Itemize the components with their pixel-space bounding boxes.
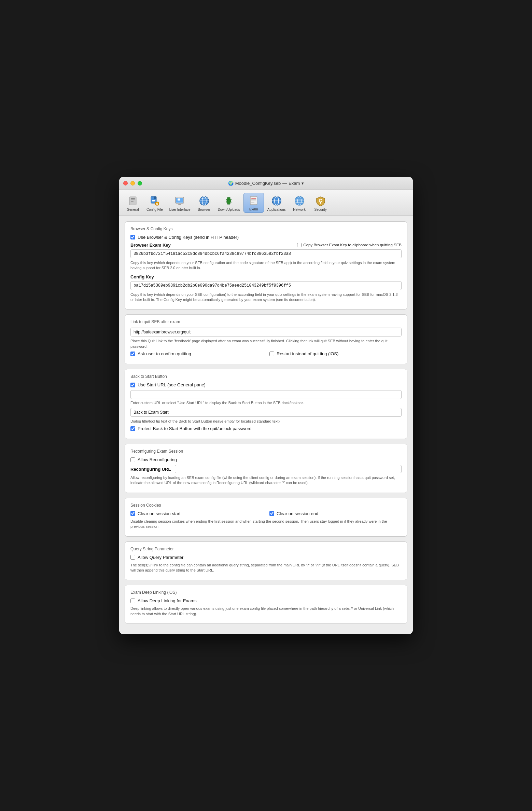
browser-exam-key-hint: Copy this key (which depends on your SEB… [130, 260, 402, 271]
protect-row: Protect Back to Start Button with the qu… [130, 426, 402, 431]
deep-linking-title: Exam Deep Linking (iOS) [130, 590, 402, 595]
query-string-section: Query String Parameter Allow Query Param… [125, 541, 407, 580]
ask-confirm-row: Ask user to confirm quitting [130, 351, 263, 356]
titlebar: 🌍 Moodle_ConfigKey.seb — Exam ▾ [119, 177, 413, 190]
toolbar-user-interface[interactable]: User Interface [166, 193, 193, 213]
restart-instead-label: Restart instead of quitting (iOS) [277, 351, 338, 356]
browser-exam-key-label: Browser Exam Key [130, 243, 171, 248]
custom-url-hint: Enter custom URL or select "Use Start UR… [130, 400, 402, 406]
minimize-button[interactable] [130, 181, 135, 185]
deep-linking-section: Exam Deep Linking (iOS) Allow Deep Linki… [125, 585, 407, 624]
general-label: General [127, 208, 139, 211]
protect-checkbox[interactable] [130, 426, 135, 431]
clear-end-row: Clear on session end [269, 511, 402, 516]
globe-icon: 🌍 [228, 181, 234, 186]
browser-config-keys-section: Browser & Config Keys Use Browser & Conf… [125, 221, 407, 310]
traffic-lights [123, 181, 142, 185]
session-cookies-title: Session Cookies [130, 503, 402, 508]
browser-config-keys-title: Browser & Config Keys [130, 226, 402, 231]
reconfiguring-section: Reconfiguring Exam Session Allow Reconfi… [125, 444, 407, 493]
svg-rect-7 [152, 202, 155, 202]
config-file-label: Config File [146, 208, 163, 211]
clear-start-checkbox[interactable] [130, 511, 135, 516]
quit-url-input[interactable] [130, 328, 402, 336]
svg-rect-2 [131, 200, 135, 200]
restart-instead-checkbox[interactable] [269, 352, 274, 356]
deep-linking-hint: Deep linking allows to directly open var… [130, 606, 402, 617]
clear-end-checkbox[interactable] [269, 511, 274, 516]
allow-query-checkbox[interactable] [130, 555, 135, 560]
maximize-button[interactable] [138, 181, 142, 185]
toolbar-applications[interactable]: Applications [265, 193, 289, 213]
browser-exam-key-input[interactable] [130, 249, 402, 258]
quit-options-row: Ask user to confirm quitting Restart ins… [130, 351, 402, 359]
user-interface-label: User Interface [169, 208, 191, 211]
use-keys-row: Use Browser & Config Keys (send in HTTP … [130, 235, 402, 240]
allow-deep-link-checkbox[interactable] [130, 599, 135, 603]
ask-confirm-checkbox[interactable] [130, 352, 135, 356]
allow-deep-link-label: Allow Deep Linking for Exams [138, 598, 197, 603]
toolbar-general[interactable]: General [123, 193, 143, 213]
browser-label: Browser [198, 208, 210, 211]
button-title-input[interactable] [130, 408, 402, 417]
toolbar-browser[interactable]: Browser [194, 193, 214, 213]
toolbar: General N Config File [119, 190, 413, 216]
quit-link-title: Link to quit SEB after exam [130, 319, 402, 324]
exam-icon [248, 194, 260, 207]
button-title-hint: Dialog title/tool tip text of the Back t… [130, 419, 402, 424]
svg-rect-1 [131, 198, 135, 199]
toolbar-network[interactable]: Network [289, 193, 310, 213]
clear-start-row: Clear on session start [130, 511, 263, 516]
down-uploads-label: Down/Uploads [218, 208, 240, 211]
exam-label: Exam [249, 207, 258, 211]
restart-instead-row: Restart instead of quitting (iOS) [269, 351, 402, 356]
reconfig-hint: Allow reconfiguring by loading an SEB ex… [130, 475, 402, 486]
ask-confirm-label: Ask user to confirm quitting [138, 351, 191, 356]
toolbar-config-file[interactable]: N Config File [144, 193, 166, 213]
toolbar-down-uploads[interactable]: Down/Uploads [215, 193, 243, 213]
reconfiguring-title: Reconfiguring Exam Session [130, 449, 402, 454]
query-string-title: Query String Parameter [130, 547, 402, 551]
clear-end-label: Clear on session end [277, 511, 318, 516]
app-window: 🌍 Moodle_ConfigKey.seb — Exam ▾ General [119, 177, 413, 634]
config-key-input[interactable] [130, 281, 402, 290]
config-file-icon: N [149, 195, 161, 207]
quit-link-hint: Place this Quit Link to the 'feedback' p… [130, 339, 402, 349]
toolbar-exam[interactable]: Exam [243, 193, 264, 213]
svg-rect-22 [251, 198, 256, 198]
down-uploads-icon [223, 195, 235, 207]
general-icon [127, 195, 139, 207]
use-keys-checkbox[interactable] [130, 235, 135, 239]
config-key-hint: Copy this key (which depends on your SEB… [130, 292, 402, 303]
svg-rect-3 [131, 201, 134, 202]
allow-deep-link-row: Allow Deep Linking for Exams [130, 598, 402, 603]
svg-rect-12 [178, 198, 180, 201]
use-start-url-row: Use Start URL (see General pane) [130, 382, 402, 387]
reconfig-url-row: Reconfiguring URL [130, 465, 402, 473]
copy-clipboard-checkbox[interactable] [297, 243, 302, 247]
svg-rect-6 [152, 200, 155, 201]
allow-reconfig-checkbox[interactable] [130, 457, 135, 462]
session-cookies-hint: Disable clearing session cookies when en… [130, 519, 402, 530]
protect-label: Protect Back to Start Button with the qu… [138, 426, 252, 431]
query-string-hint: The seb(s):// link to the config file ca… [130, 563, 402, 573]
browser-exam-key-row: Browser Exam Key Copy Browser Exam Key t… [130, 243, 402, 248]
use-keys-label: Use Browser & Config Keys (send in HTTP … [138, 235, 239, 240]
svg-text:N: N [156, 202, 158, 205]
toolbar-security[interactable]: Security [310, 193, 331, 213]
reconfig-url-input[interactable] [175, 465, 402, 473]
svg-rect-21 [250, 196, 257, 205]
svg-rect-5 [154, 196, 156, 199]
custom-url-input[interactable] [130, 390, 402, 399]
close-button[interactable] [123, 181, 128, 185]
applications-icon [270, 195, 283, 207]
network-icon [293, 195, 306, 207]
allow-reconfig-label: Allow Reconfiguring [138, 457, 177, 462]
browser-icon [198, 195, 210, 207]
security-label: Security [314, 208, 327, 211]
window-title: 🌍 Moodle_ConfigKey.seb — Exam ▾ [228, 181, 304, 186]
allow-query-label: Allow Query Parameter [138, 555, 183, 560]
use-start-url-checkbox[interactable] [130, 383, 135, 387]
session-cookies-options: Clear on session start Clear on session … [130, 511, 402, 519]
applications-label: Applications [267, 208, 286, 211]
